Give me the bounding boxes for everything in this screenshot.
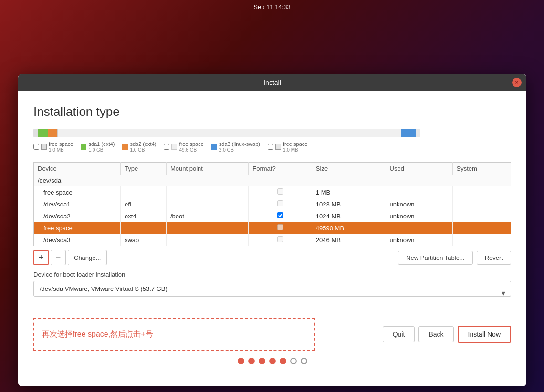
disk-legend: free space1.0 MB sda1 (ext4)1.0 GB sda2 … <box>33 141 511 153</box>
table-row[interactable]: /dev/sda <box>34 175 511 186</box>
col-used: Used <box>386 163 452 175</box>
segment-sda1 <box>38 129 48 137</box>
row-sda3-type: swap <box>120 234 166 246</box>
row-sda1-used: unknown <box>386 198 452 210</box>
bottom-buttons: Quit Back Install Now <box>383 326 511 343</box>
table-row[interactable]: /dev/sda1 efi 1023 MB unknown <box>34 198 511 210</box>
legend-label-sda2: sda2 (ext4)1.0 GB <box>130 141 156 153</box>
legend-label-free3: free space1.0 MB <box>283 141 307 153</box>
page-title: Installation type <box>33 104 511 119</box>
legend-item-free1: free space1.0 MB <box>33 141 73 153</box>
row-sda3-system <box>452 234 511 246</box>
titlebar: Install × <box>18 74 526 91</box>
dot-4 <box>269 358 276 364</box>
row-sda2-format <box>249 210 312 222</box>
back-button[interactable]: Back <box>418 326 453 342</box>
add-partition-button[interactable]: + <box>33 250 49 265</box>
segment-sda3 <box>401 129 416 137</box>
annotation-text: 再次选择free space,然后点击+号 <box>42 330 153 340</box>
row-freespace1-size: 1 MB <box>312 186 386 198</box>
boot-loader-label: Device for boot loader installation: <box>33 271 511 278</box>
row-sda1-size: 1023 MB <box>312 198 386 210</box>
taskbar: Sep 11 14:33 <box>0 0 544 13</box>
legend-label-free1: free space1.0 MB <box>49 141 73 153</box>
row-sda3-format <box>249 234 312 246</box>
row-sda2-size: 1024 MB <box>312 210 386 222</box>
dot-7 <box>301 358 307 364</box>
partition-table: Device Type Mount point Format? Size Use… <box>33 162 511 246</box>
row-sda1-format <box>249 198 312 210</box>
col-device: Device <box>34 163 121 175</box>
col-type: Type <box>120 163 166 175</box>
row-sda3-device: /dev/sda3 <box>34 234 121 246</box>
legend-color-sda3 <box>211 144 217 150</box>
row-sda3-size: 2046 MB <box>312 234 386 246</box>
row-freespace2-device: free space <box>34 222 121 234</box>
legend-check-free2[interactable] <box>164 144 169 150</box>
device-group-sda: /dev/sda <box>34 175 511 186</box>
dot-5 <box>280 358 286 364</box>
row-freespace1-mount <box>166 186 248 198</box>
disk-bar <box>33 129 511 137</box>
new-partition-table-button[interactable]: New Partition Table... <box>398 251 473 265</box>
taskbar-datetime: Sep 11 14:33 <box>253 3 290 10</box>
legend-check-free1[interactable] <box>33 144 39 150</box>
row-freespace1-device: free space <box>34 186 121 198</box>
install-now-button[interactable]: Install Now <box>458 326 511 343</box>
bottom-row: 再次选择free space,然后点击+号 Quit Back Install … <box>33 318 511 351</box>
legend-color-free3 <box>275 144 281 150</box>
row-sda2-type: ext4 <box>120 210 166 222</box>
partition-toolbar: + − Change... New Partition Table... Rev… <box>33 250 511 265</box>
legend-color-free2 <box>171 144 177 150</box>
legend-label-sda1: sda1 (ext4)1.0 GB <box>88 141 115 153</box>
row-sda1-device: /dev/sda1 <box>34 198 121 210</box>
table-row[interactable]: free space 1 MB <box>34 186 511 198</box>
disk-bar-container: free space1.0 MB sda1 (ext4)1.0 GB sda2 … <box>33 129 511 158</box>
dot-3 <box>259 358 265 364</box>
legend-color-sda1 <box>81 144 86 150</box>
row-sda3-used: unknown <box>386 234 452 246</box>
row-freespace2-used <box>386 222 452 234</box>
window-title: Install <box>263 79 281 86</box>
revert-button[interactable]: Revert <box>477 251 511 265</box>
legend-item-sda2: sda2 (ext4)1.0 GB <box>122 141 156 153</box>
legend-label-sda3: sda3 (linux-swap)2.0 GB <box>219 141 260 153</box>
table-row[interactable]: /dev/sda3 swap 2046 MB unknown <box>34 234 511 246</box>
segment-free2 <box>57 129 401 137</box>
legend-color-sda2 <box>122 144 128 150</box>
legend-item-sda3: sda3 (linux-swap)2.0 GB <box>211 141 260 153</box>
col-mount: Mount point <box>166 163 248 175</box>
quit-button[interactable]: Quit <box>383 326 415 342</box>
legend-color-free1 <box>41 144 47 150</box>
row-freespace1-used <box>386 186 452 198</box>
segment-free3 <box>416 129 420 137</box>
row-sda1-type: efi <box>120 198 166 210</box>
col-size: Size <box>312 163 386 175</box>
segment-free1 <box>33 129 38 137</box>
row-freespace2-format <box>249 222 312 234</box>
row-sda2-device: /dev/sda2 <box>34 210 121 222</box>
row-freespace2-type <box>120 222 166 234</box>
row-sda3-mount <box>166 234 248 246</box>
row-freespace2-size: 49590 MB <box>312 222 386 234</box>
dot-6 <box>290 358 297 364</box>
table-row-selected[interactable]: free space 49590 MB <box>34 222 511 234</box>
annotation-box: 再次选择free space,然后点击+号 <box>33 318 315 351</box>
progress-dots <box>33 358 511 364</box>
col-format: Format? <box>249 163 312 175</box>
boot-loader-select-wrapper: /dev/sda VMware, VMware Virtual S (53.7 … <box>33 281 511 304</box>
row-freespace1-type <box>120 186 166 198</box>
dot-2 <box>248 358 255 364</box>
boot-loader-select[interactable]: /dev/sda VMware, VMware Virtual S (53.7 … <box>33 281 511 297</box>
table-row[interactable]: /dev/sda2 ext4 /boot 1024 MB unknown <box>34 210 511 222</box>
col-system: System <box>452 163 511 175</box>
row-sda2-system <box>452 210 511 222</box>
close-button[interactable]: × <box>512 78 522 87</box>
row-sda2-used: unknown <box>386 210 452 222</box>
dot-1 <box>238 358 244 364</box>
legend-check-free3[interactable] <box>268 144 273 150</box>
change-partition-button[interactable]: Change... <box>68 250 107 265</box>
legend-item-sda1: sda1 (ext4)1.0 GB <box>81 141 115 153</box>
remove-partition-button[interactable]: − <box>51 250 66 265</box>
content-area: Installation type free space1.0 MB <box>18 91 526 386</box>
